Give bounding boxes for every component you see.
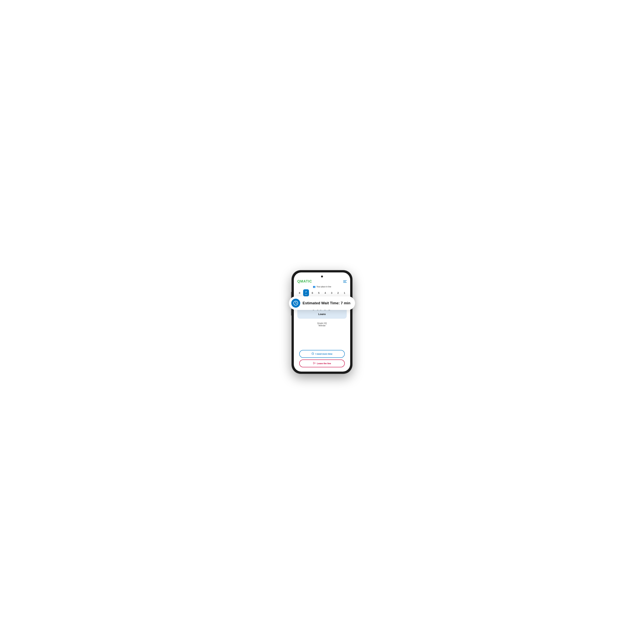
phone-shell: QMATIC 👥 Your place in line 8 (292, 270, 352, 374)
queue-number-4: 4 (322, 289, 328, 296)
hamburger-menu-button[interactable] (343, 280, 347, 283)
leave-icon (313, 362, 316, 365)
wait-time-pill: Estimated Wait Time: 7 min (289, 296, 355, 310)
queue-number-5: 5 (316, 289, 322, 296)
location-name: Qmatic HQ (317, 322, 327, 324)
clock-icon (293, 301, 298, 306)
scene: Estimated Wait Time: 7 min QMATIC (268, 268, 376, 376)
phone-screen: QMATIC 👥 Your place in line 8 (294, 272, 350, 372)
queue-label: 👥 Your place in line (297, 285, 347, 288)
queue-numbers: 8 7 You 6 5 4 3 2 1 (297, 289, 347, 296)
queue-number-7-active: 7 You (303, 289, 309, 296)
leave-line-button[interactable]: Leave the line (299, 360, 345, 367)
location-city: Mölndal (319, 325, 325, 327)
location-info: Qmatic HQ Mölndal (294, 322, 350, 327)
app-content: QMATIC 👥 Your place in line 8 (294, 272, 350, 372)
queue-number-1: 1 (342, 289, 347, 296)
need-more-time-button[interactable]: I need more time (299, 350, 345, 358)
ticket-service: Loans (318, 313, 326, 316)
time-icon (312, 352, 314, 355)
camera-dot (321, 276, 323, 277)
queue-section: 👥 Your place in line 8 7 You 6 5 4 3 2 (294, 285, 350, 298)
queue-number-3: 3 (329, 289, 335, 296)
clock-circle (291, 299, 300, 308)
queue-number-6: 6 (310, 289, 315, 296)
action-buttons: I need more time Leave the line (294, 348, 350, 372)
queue-number-8: 8 (297, 289, 303, 296)
wait-time-text: Estimated Wait Time: 7 min (303, 301, 350, 305)
you-label: You (305, 294, 307, 295)
header: QMATIC (294, 278, 350, 285)
queue-number-2: 2 (335, 289, 341, 296)
people-icon: 👥 (313, 285, 316, 288)
app-logo: QMATIC (297, 279, 312, 283)
